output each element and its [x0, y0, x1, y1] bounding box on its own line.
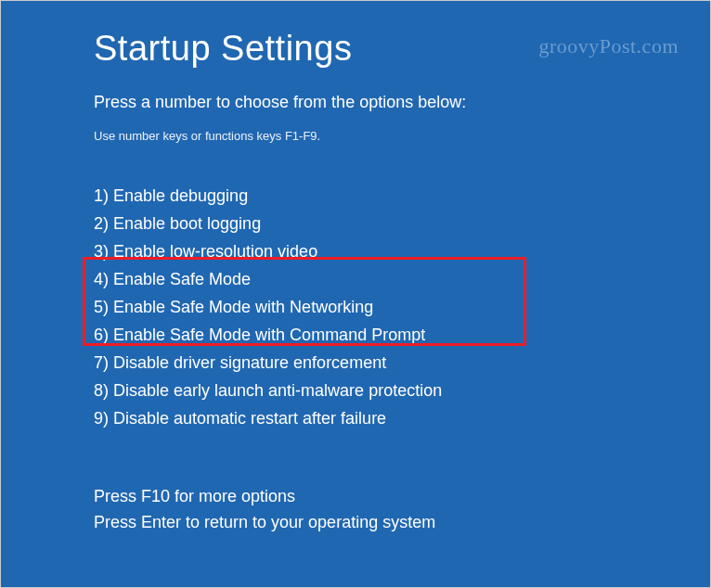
subtitle: Press a number to choose from the option…: [94, 93, 710, 112]
option-7-disable-driver-signature[interactable]: 7) Disable driver signature enforcement: [94, 349, 710, 377]
option-3-enable-low-resolution-video[interactable]: 3) Enable low-resolution video: [94, 237, 710, 265]
startup-settings-screen: Startup Settings Press a number to choos…: [1, 1, 710, 432]
footer-return: Press Enter to return to your operating …: [94, 509, 435, 535]
options-list: 1) Enable debugging 2) Enable boot loggi…: [94, 182, 710, 432]
option-6-enable-safe-mode-command-prompt[interactable]: 6) Enable Safe Mode with Command Prompt: [94, 321, 710, 349]
watermark: groovyPost.com: [538, 34, 679, 58]
option-8-disable-anti-malware[interactable]: 8) Disable early launch anti-malware pro…: [94, 377, 710, 404]
option-9-disable-auto-restart[interactable]: 9) Disable automatic restart after failu…: [94, 404, 710, 432]
option-2-enable-boot-logging[interactable]: 2) Enable boot logging: [94, 210, 710, 237]
option-5-enable-safe-mode-networking[interactable]: 5) Enable Safe Mode with Networking: [94, 293, 710, 321]
option-4-enable-safe-mode[interactable]: 4) Enable Safe Mode: [94, 265, 710, 293]
footer: Press F10 for more options Press Enter t…: [94, 483, 435, 535]
hint-text: Use number keys or functions keys F1-F9.: [94, 129, 710, 143]
option-1-enable-debugging[interactable]: 1) Enable debugging: [94, 182, 710, 210]
footer-more-options: Press F10 for more options: [94, 483, 435, 509]
